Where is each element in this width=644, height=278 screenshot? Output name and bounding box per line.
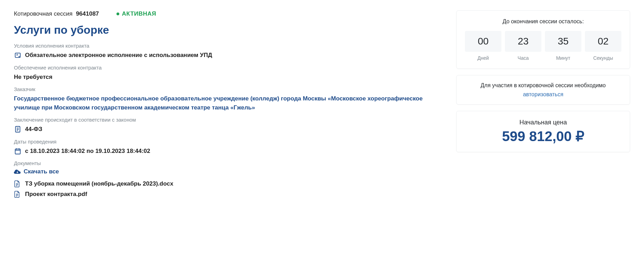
participate-text: Для участия в котировочной сессии необхо… xyxy=(481,82,606,88)
countdown-days-label: Дней xyxy=(465,55,501,61)
price-card: Начальная цена 599 812,00 ₽ xyxy=(456,111,630,152)
customer-value[interactable]: Государственное бюджетное профессиональн… xyxy=(14,94,442,112)
countdown-days: 00 Дней xyxy=(465,31,501,61)
price-value: 599 812,00 ₽ xyxy=(465,128,621,144)
countdown-minutes-label: Минут xyxy=(545,55,581,61)
dates-label: Даты проведения xyxy=(14,139,442,145)
session-label: Котировочная сессия xyxy=(14,10,72,17)
countdown-seconds: 02 Секунды xyxy=(585,31,621,61)
participate-card: Для участия в котировочной сессии необхо… xyxy=(456,75,630,105)
document-item[interactable]: Проект контракта.pdf xyxy=(14,190,442,198)
countdown-title: До окончания сессии осталось: xyxy=(465,18,621,25)
countdown-seconds-value: 02 xyxy=(585,31,621,52)
countdown-hours-value: 23 xyxy=(505,31,541,52)
document-exchange-icon xyxy=(14,51,22,59)
countdown-minutes-value: 35 xyxy=(545,31,581,52)
download-all-text: Скачать все xyxy=(24,168,59,175)
customer-link[interactable]: Государственное бюджетное профессиональн… xyxy=(14,94,442,112)
security-text: Не требуется xyxy=(14,73,53,82)
file-icon xyxy=(14,180,20,188)
countdown-hours: 23 Часа xyxy=(505,31,541,61)
file-icon xyxy=(14,190,20,198)
countdown-minutes: 35 Минут xyxy=(545,31,581,61)
countdown-seconds-label: Секунды xyxy=(585,55,621,61)
document-name: ТЗ уборка помещений (ноябрь-декабрь 2023… xyxy=(25,180,173,187)
conditions-label: Условия исполнения контракта xyxy=(14,43,442,49)
countdown-days-value: 00 xyxy=(465,31,501,52)
countdown-timer: 00 Дней 23 Часа 35 Минут 02 Секунды xyxy=(465,31,621,61)
status-text: АКТИВНАЯ xyxy=(122,10,156,17)
session-header: Котировочная сессия 9641087 АКТИВНАЯ xyxy=(14,10,442,17)
law-value: 44-ФЗ xyxy=(14,125,442,134)
law-text: 44-ФЗ xyxy=(25,125,42,134)
document-list: ТЗ уборка помещений (ноябрь-декабрь 2023… xyxy=(14,180,442,198)
download-all-button[interactable]: Скачать все xyxy=(14,168,442,175)
conditions-value: Обязательное электронное исполнение с ис… xyxy=(14,51,442,60)
login-link[interactable]: авторизоваться xyxy=(523,91,563,97)
customer-label: Заказчик xyxy=(14,86,442,92)
law-document-icon xyxy=(14,125,22,133)
dates-value: с 18.10.2023 18:44:02 по 19.10.2023 18:4… xyxy=(14,147,442,156)
dates-text: с 18.10.2023 18:44:02 по 19.10.2023 18:4… xyxy=(25,147,150,156)
page-title: Услуги по уборке xyxy=(14,24,442,36)
security-value: Не требуется xyxy=(14,73,442,82)
price-label: Начальная цена xyxy=(465,119,621,126)
docs-label: Документы xyxy=(14,160,442,166)
security-label: Обеспечение исполнения контракта xyxy=(14,65,442,71)
conditions-text: Обязательное электронное исполнение с ис… xyxy=(25,51,212,60)
calendar-icon xyxy=(14,147,22,155)
countdown-card: До окончания сессии осталось: 00 Дней 23… xyxy=(456,10,630,69)
status-badge: АКТИВНАЯ xyxy=(116,10,156,17)
document-item[interactable]: ТЗ уборка помещений (ноябрь-декабрь 2023… xyxy=(14,180,442,188)
session-id: 9641087 xyxy=(76,10,99,17)
cloud-download-icon xyxy=(14,169,21,175)
law-label: Заключение происходит в соответствии с з… xyxy=(14,117,442,123)
status-dot-icon xyxy=(116,13,119,15)
document-name: Проект контракта.pdf xyxy=(25,191,87,198)
svg-rect-2 xyxy=(15,149,21,154)
countdown-hours-label: Часа xyxy=(505,55,541,61)
